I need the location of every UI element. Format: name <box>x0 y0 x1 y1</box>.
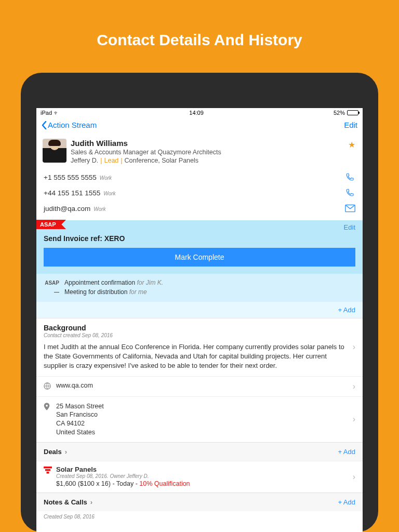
subtask-row[interactable]: — Meeting for distribution for me <box>44 288 355 296</box>
app-screen: iPad ᯤ 14:09 52% Action Stream Edit Judi… <box>36 108 363 532</box>
background-section[interactable]: Background Contact created Sep 08, 2016 … <box>36 318 363 376</box>
add-deal-button[interactable]: + Add <box>338 448 355 456</box>
chevron-right-icon: › <box>353 472 355 482</box>
status-bar: iPad ᯤ 14:09 52% <box>36 108 363 117</box>
chevron-right-icon: › <box>353 342 355 352</box>
phone-row-2[interactable]: +44 155 151 1555 Work <box>36 185 363 201</box>
email-row[interactable]: judith@qa.com Work <box>36 201 363 216</box>
chevron-right-icon: › <box>65 448 67 456</box>
deal-amount: $1,600 ($100 x 16) - Today - 10% Qualifi… <box>56 480 190 487</box>
phone-2-label: Work <box>103 191 115 196</box>
funnel-icon <box>44 467 52 487</box>
task-edit-button[interactable]: Edit <box>344 223 355 231</box>
background-created: Contact created Sep 08, 2016 <box>44 332 355 338</box>
deals-header[interactable]: Deals› + Add <box>36 442 363 461</box>
email-label: Work <box>94 206 105 212</box>
phone-1-label: Work <box>100 175 112 181</box>
website-row[interactable]: www.qa.com › <box>36 376 363 396</box>
device-label: iPad ᯤ <box>41 110 59 116</box>
battery-percent: 52% <box>334 110 345 116</box>
deal-row[interactable]: Solar Panels Created Sep 08, 2016. Owner… <box>36 461 363 493</box>
star-icon[interactable]: ★ <box>348 140 355 150</box>
subtask-row[interactable]: ASAP Appointment confirmation for Jim K. <box>44 279 355 286</box>
chevron-right-icon: › <box>353 382 355 391</box>
phone-2-value: +44 155 151 1555 <box>44 189 100 197</box>
address-row[interactable]: 25 Mason Street San Francisco CA 94102 U… <box>36 396 363 443</box>
email-value: judith@qa.com <box>44 205 90 212</box>
contact-name: Judith Williams <box>71 139 356 148</box>
back-button[interactable]: Action Stream <box>42 121 97 129</box>
svg-rect-4 <box>45 469 50 471</box>
deal-name: Solar Panels <box>56 466 190 473</box>
background-heading: Background <box>44 324 355 332</box>
back-label: Action Stream <box>48 121 97 129</box>
contact-header: Judith Williams Sales & Accounts Manager… <box>36 135 363 169</box>
add-note-button[interactable]: + Add <box>338 498 355 506</box>
svg-rect-3 <box>44 467 52 469</box>
mark-complete-button[interactable]: Mark Complete <box>44 248 355 267</box>
chevron-left-icon <box>42 121 47 129</box>
mail-icon[interactable] <box>345 204 355 213</box>
nav-bar: Action Stream Edit <box>36 117 363 135</box>
globe-icon <box>44 382 51 391</box>
notes-created: Created Sep 08, 2016 <box>44 514 355 520</box>
phone-1-value: +1 555 555 5555 <box>44 174 97 181</box>
contact-title: Sales & Accounts Manager at Quazymore Ar… <box>71 149 356 156</box>
phone-row-1[interactable]: +1 555 555 5555 Work <box>36 169 363 185</box>
pin-icon <box>44 403 51 413</box>
phone-icon[interactable] <box>345 188 355 197</box>
chevron-right-icon: › <box>353 415 355 424</box>
add-action-button[interactable]: + Add <box>36 302 363 318</box>
svg-point-2 <box>46 404 48 406</box>
phone-icon[interactable] <box>345 172 355 182</box>
notes-header[interactable]: Notes & Calls› + Add <box>36 493 363 511</box>
battery-icon <box>347 110 358 115</box>
edit-button[interactable]: Edit <box>344 121 357 129</box>
next-action-panel: ASAP Edit Send Invoice ref: XERO Mark Co… <box>36 220 363 318</box>
marketing-heading: Contact Details And History <box>0 0 399 70</box>
svg-rect-5 <box>47 472 49 474</box>
website-value: www.qa.com <box>56 382 93 389</box>
background-text: I met Judith at the annual Eco Conferenc… <box>44 342 355 371</box>
clock: 14:09 <box>189 110 204 116</box>
chevron-right-icon: › <box>90 498 92 506</box>
subtasks: ASAP Appointment confirmation for Jim K.… <box>36 274 363 302</box>
deal-meta: Created Sep 08, 2016. Owner Jeffery D. <box>56 473 190 479</box>
contact-meta: Jeffery D.|Lead|Conference, Solar Panels <box>71 157 356 164</box>
wifi-icon: ᯤ <box>54 110 59 116</box>
avatar[interactable] <box>43 139 66 163</box>
task-title: Send Invoice ref: XERO <box>36 232 363 248</box>
tablet-frame: iPad ᯤ 14:09 52% Action Stream Edit Judi… <box>21 73 378 532</box>
address-lines: 25 Mason Street San Francisco CA 94102 U… <box>56 402 104 437</box>
